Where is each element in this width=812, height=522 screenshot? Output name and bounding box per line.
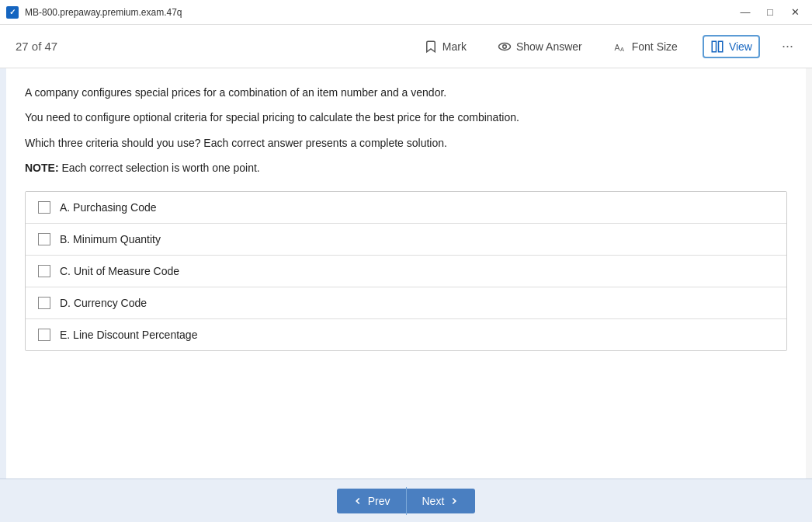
bottom-navigation: Prev Next — [0, 478, 812, 522]
option-row-c[interactable]: C. Unit of Measure Code — [26, 256, 786, 287]
option-checkbox-0[interactable] — [38, 201, 50, 214]
note-text: Each correct selection is worth one poin… — [59, 162, 260, 174]
view-button[interactable]: View — [703, 35, 760, 58]
option-checkbox-1[interactable] — [38, 233, 50, 245]
prev-label: Prev — [368, 495, 390, 507]
option-label-4: E. Line Discount Percentage — [60, 329, 197, 341]
svg-text:A: A — [614, 42, 619, 51]
right-edge — [806, 68, 812, 478]
options-container: A. Purchasing CodeB. Minimum QuantityC. … — [25, 191, 787, 351]
close-button[interactable]: ✕ — [784, 5, 806, 20]
question-note: NOTE: Each correct selection is worth on… — [25, 159, 787, 176]
chevron-left-icon — [352, 496, 363, 506]
note-label: NOTE: — [25, 162, 59, 174]
mark-label: Mark — [442, 40, 467, 53]
title-bar-left: ✓ MB-800.prepaway.premium.exam.47q — [6, 6, 182, 19]
view-label: View — [729, 40, 752, 53]
svg-rect-5 — [718, 41, 722, 52]
maximize-button[interactable]: □ — [759, 5, 781, 20]
question-progress: 27 of 47 — [16, 40, 57, 53]
option-row-b[interactable]: B. Minimum Quantity — [26, 224, 786, 256]
option-label-1: B. Minimum Quantity — [60, 233, 161, 245]
font-size-button[interactable]: A A Font Size — [607, 37, 684, 57]
toolbar: 27 of 47 Mark Show Answer A A Font Size — [0, 25, 812, 68]
app-icon: ✓ — [6, 6, 19, 19]
font-size-icon: A A — [613, 40, 627, 54]
minimize-button[interactable]: — — [734, 5, 756, 20]
option-label-0: A. Purchasing Code — [60, 201, 157, 214]
option-label-2: C. Unit of Measure Code — [60, 265, 179, 277]
mark-button[interactable]: Mark — [418, 37, 473, 57]
content-area: A company configures special prices for … — [6, 68, 806, 478]
option-row-d[interactable]: D. Currency Code — [26, 287, 786, 319]
question-line2: You need to configure optional criteria … — [25, 109, 787, 126]
svg-rect-4 — [712, 41, 716, 52]
svg-point-1 — [503, 44, 507, 48]
left-edge — [0, 68, 6, 478]
prev-button[interactable]: Prev — [337, 489, 406, 513]
main-area: A company configures special prices for … — [0, 68, 812, 478]
svg-point-0 — [498, 43, 510, 50]
option-checkbox-3[interactable] — [38, 297, 50, 309]
option-checkbox-4[interactable] — [38, 329, 50, 341]
font-size-label: Font Size — [632, 40, 678, 53]
next-button[interactable]: Next — [407, 489, 476, 513]
bookmark-icon — [424, 40, 438, 54]
option-row-e[interactable]: E. Line Discount Percentage — [26, 319, 786, 350]
eye-icon — [498, 40, 512, 54]
question-line3: Which three criteria should you use? Eac… — [25, 134, 787, 151]
title-bar: ✓ MB-800.prepaway.premium.exam.47q — □ ✕ — [0, 0, 812, 25]
toolbar-actions: Mark Show Answer A A Font Size View — [418, 35, 796, 58]
chevron-right-icon — [449, 496, 460, 506]
next-label: Next — [422, 495, 445, 507]
window-controls: — □ ✕ — [734, 5, 806, 20]
show-answer-button[interactable]: Show Answer — [491, 37, 588, 57]
svg-text:A: A — [620, 46, 624, 53]
option-checkbox-2[interactable] — [38, 265, 50, 277]
show-answer-label: Show Answer — [516, 40, 582, 53]
window-title: MB-800.prepaway.premium.exam.47q — [25, 7, 182, 18]
view-icon — [710, 40, 724, 54]
more-options-button[interactable]: ··· — [779, 35, 796, 57]
option-label-3: D. Currency Code — [60, 297, 147, 309]
question-line1: A company configures special prices for … — [25, 84, 787, 101]
option-row-a[interactable]: A. Purchasing Code — [26, 192, 786, 224]
